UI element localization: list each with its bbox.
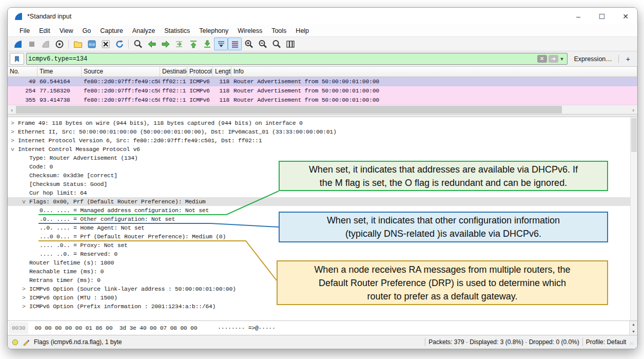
stop-capture-icon[interactable]: [25, 37, 38, 50]
cell-destination: ff02::1: [160, 96, 187, 105]
profile-selector[interactable]: Profile: Default: [586, 338, 627, 346]
display-filter-input[interactable]: icmpv6.type==134 ✕ ➜ ▼: [26, 53, 568, 65]
scroll-up-icon[interactable]: ▲: [632, 322, 635, 327]
menu-telephony[interactable]: Telephony: [194, 26, 233, 36]
cell-no: 355: [8, 96, 37, 105]
go-to-top-icon[interactable]: [186, 37, 200, 50]
packet-row-355[interactable]: 355 93.414738 fe80::2d0:97ff:fe49:c501 f…: [8, 96, 637, 105]
hscroll-track[interactable]: [16, 105, 629, 114]
packet-counts-text: Packets: 379 · Displayed: 3 (0.8%) · Dro…: [428, 338, 579, 346]
hscroll-thumb[interactable]: [16, 106, 562, 114]
zoom-reset-icon[interactable]: [269, 37, 283, 50]
cell-source: fe80::2d0:97ff:fe49:c501: [82, 77, 160, 86]
vscroll-thumb[interactable]: [631, 118, 637, 152]
packet-row-254[interactable]: 254 77.158320 fe80::2d0:97ff:fe49:c501 f…: [8, 86, 637, 96]
filter-clear-button[interactable]: ✕: [537, 55, 547, 63]
menu-help[interactable]: Help: [291, 26, 314, 36]
save-file-icon[interactable]: 010: [85, 37, 99, 50]
packet-row-49[interactable]: 49 60.544164 fe80::2d0:97ff:fe49:c501 ff…: [8, 77, 637, 86]
hex-vscrollbar[interactable]: ▲ ▼: [629, 321, 637, 335]
resize-grip-icon[interactable]: ⁙: [626, 338, 635, 346]
menu-tools[interactable]: Tools: [267, 26, 291, 36]
cell-info: Router Advertisement from 50:00:00:01:00…: [231, 86, 637, 96]
go-to-bottom-icon[interactable]: [200, 37, 214, 50]
detail-row-flag-reserved[interactable]: .... ..0. = Reserved: 0: [8, 250, 637, 258]
colorize-toggle-icon[interactable]: [228, 37, 242, 50]
cell-length: 118: [213, 96, 231, 105]
detail-row-frame[interactable]: >Frame 49: 118 bytes on wire (944 bits),…: [8, 119, 637, 127]
svg-text:010: 010: [89, 43, 95, 47]
open-file-icon[interactable]: [71, 37, 85, 50]
detail-row-ipv6[interactable]: >Internet Protocol Version 6, Src: fe80:…: [8, 136, 637, 145]
expand-arrow-icon[interactable]: >: [22, 285, 29, 293]
expression-button[interactable]: Expression…: [570, 55, 616, 63]
column-header-no[interactable]: No.: [8, 67, 37, 77]
start-capture-icon[interactable]: [11, 37, 25, 50]
close-button[interactable]: ✕: [614, 8, 637, 25]
expert-info-icon[interactable]: [12, 339, 18, 346]
scroll-left-icon[interactable]: ‹: [8, 107, 16, 113]
column-header-destination[interactable]: Destination: [160, 67, 187, 77]
toolbar-separator: [128, 40, 129, 49]
filter-apply-button[interactable]: ➜: [549, 55, 558, 63]
status-right: Packets: 379 · Displayed: 3 (0.8%) · Dro…: [422, 338, 637, 346]
detail-row-icmpv6[interactable]: vInternet Control Message Protocol v6: [8, 145, 637, 154]
hex-dump-pane[interactable]: 0030 00 00 00 00 00 01 86 00 3d 3e 40 00…: [8, 320, 637, 335]
detail-row-ethernet[interactable]: >Ethernet II, Src: 50:00:00:01:00:00 (50…: [8, 127, 637, 136]
column-header-info[interactable]: Info: [231, 67, 637, 77]
column-header-protocol[interactable]: Protocol: [187, 67, 213, 77]
expand-arrow-icon[interactable]: >: [11, 136, 18, 145]
window-controls: – ☐ ✕: [567, 8, 637, 25]
column-header-source[interactable]: Source: [82, 67, 160, 77]
menu-edit[interactable]: Edit: [34, 26, 55, 36]
find-packet-icon[interactable]: [131, 37, 145, 50]
menu-analyze[interactable]: Analyze: [128, 26, 160, 36]
expand-arrow-icon[interactable]: >: [22, 302, 29, 311]
hex-ascii[interactable]: ········ =>@·····: [218, 325, 275, 331]
collapse-arrow-icon[interactable]: v: [11, 145, 18, 154]
column-header-time[interactable]: Time: [37, 67, 82, 77]
hex-bytes[interactable]: 00 00 00 00 00 01 86 00 3d 3e 40 00 07 0…: [34, 325, 197, 331]
capture-options-icon[interactable]: [52, 37, 66, 50]
expand-arrow-icon[interactable]: >: [11, 119, 18, 127]
menu-go[interactable]: Go: [78, 26, 96, 36]
status-left: Flags (icmpv6.nd.ra.flag), 1 byte: [8, 338, 422, 346]
annotation-m-flag: When set, it indicates that addresses ar…: [279, 161, 608, 191]
zoom-in-icon[interactable]: [242, 37, 256, 50]
zoom-out-icon[interactable]: [256, 37, 269, 50]
filter-bar: icmpv6.type==134 ✕ ➜ ▼ Expression… +: [8, 51, 637, 67]
menu-statistics[interactable]: Statistics: [160, 26, 194, 36]
menu-wireless[interactable]: Wireless: [233, 26, 267, 36]
window-title: *Standard input: [27, 13, 71, 20]
maximize-button[interactable]: ☐: [590, 8, 614, 25]
go-to-packet-icon[interactable]: [172, 37, 186, 50]
go-back-icon[interactable]: [145, 37, 159, 50]
packet-list-hscrollbar[interactable]: ‹ ›: [8, 105, 637, 114]
main-toolbar: 010: [8, 36, 637, 51]
filter-value[interactable]: icmpv6.type==134: [28, 55, 536, 63]
filter-bookmark-button[interactable]: [10, 53, 24, 65]
expand-arrow-icon[interactable]: >: [22, 293, 29, 302]
details-vscrollbar[interactable]: [630, 117, 637, 320]
menu-view[interactable]: View: [55, 26, 78, 36]
reload-file-icon[interactable]: [112, 37, 126, 50]
resize-columns-icon[interactable]: [283, 37, 297, 50]
cell-time: 93.414738: [37, 96, 82, 105]
cell-source: fe80::2d0:97ff:fe49:c501: [82, 86, 160, 96]
restart-capture-icon[interactable]: [38, 37, 52, 50]
scroll-right-icon[interactable]: ›: [629, 107, 637, 113]
expand-arrow-icon[interactable]: >: [11, 127, 18, 136]
auto-scroll-toggle-icon[interactable]: [214, 37, 228, 50]
detail-row-flags-selected[interactable]: vFlags: 0x00, Prf (Default Router Prefer…: [8, 197, 637, 206]
go-forward-icon[interactable]: [159, 37, 172, 50]
menu-capture[interactable]: Capture: [95, 26, 127, 36]
add-filter-button[interactable]: +: [621, 55, 635, 63]
close-file-icon[interactable]: [99, 37, 112, 50]
capture-comment-pencil-icon[interactable]: [23, 338, 30, 346]
collapse-arrow-icon[interactable]: v: [22, 197, 29, 206]
minimize-button[interactable]: –: [567, 8, 590, 25]
filter-dropdown-caret-icon[interactable]: ▼: [560, 56, 564, 62]
scroll-down-icon[interactable]: ▼: [632, 329, 635, 334]
column-header-length[interactable]: Length: [213, 67, 231, 77]
menu-file[interactable]: File: [15, 26, 34, 36]
